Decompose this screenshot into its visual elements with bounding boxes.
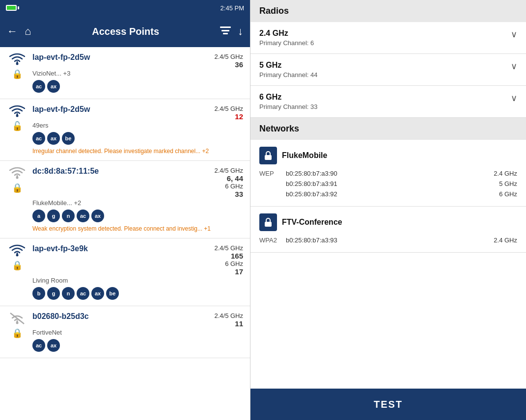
badge-ac: ac bbox=[77, 210, 89, 222]
radio-channel-0: Primary Channel: 6 bbox=[259, 39, 314, 47]
network-lock-icon-0 bbox=[263, 150, 274, 161]
network-band-0-1: 5 GHz bbox=[483, 180, 517, 187]
ap-channel-5: 11 bbox=[214, 319, 243, 328]
ap-name-3: dc:8d:8a:57:11:5e bbox=[32, 167, 99, 176]
ap-freq-5: 2.4/5 GHz 11 bbox=[214, 312, 243, 328]
ap-channel-4a: 165 bbox=[214, 252, 243, 260]
network-band-1-0: 2.4 GHz bbox=[483, 236, 517, 244]
badge-n: n bbox=[62, 210, 75, 222]
network-band-0-0: 2.4 GHz bbox=[483, 170, 517, 177]
test-button[interactable]: TEST bbox=[250, 389, 526, 420]
ap-freq-label-4a: 2.4/5 GHz bbox=[214, 244, 243, 252]
back-button[interactable]: ← bbox=[7, 25, 18, 38]
ap-freq-label-1: 2.4/5 GHz bbox=[214, 53, 243, 60]
network-lock-icon-1 bbox=[263, 217, 274, 228]
svg-rect-10 bbox=[265, 222, 272, 227]
network-band-0-2: 6 GHz bbox=[483, 190, 517, 198]
radios-section-header: Radios bbox=[250, 0, 526, 22]
network-row-0-0: WEP b0:25:80:b7:a3:90 2.4 GHz bbox=[259, 168, 517, 179]
radio-item-2[interactable]: 6 GHz Primary Channel: 33 ∨ bbox=[250, 86, 526, 118]
ap-item-5[interactable]: 🔒 b02680-b25d3c 2.4/5 GHz 11 FortiveNet … bbox=[0, 306, 250, 358]
radio-name-1: 5 GHz bbox=[259, 61, 318, 70]
badge-ac: ac bbox=[32, 339, 45, 352]
network-header-1: FTV-Conference bbox=[259, 213, 517, 231]
badge-ac: ac bbox=[32, 132, 45, 145]
badge-ax: ax bbox=[47, 132, 60, 145]
ap-freq-2: 2.4/5 GHz 12 bbox=[214, 105, 243, 121]
radio-channel-2: Primary Channel: 33 bbox=[259, 103, 318, 110]
network-item-1[interactable]: FTV-Conference WPA2 b0:25:80:b7:a3:93 2.… bbox=[250, 207, 526, 253]
ap-badges-2: ac ax be bbox=[32, 132, 243, 145]
ap-badges-4: b g n ac ax be bbox=[32, 287, 243, 300]
networks-section-header: Networks bbox=[250, 118, 526, 140]
ap-channel-4b: 17 bbox=[214, 267, 243, 276]
network-header-0: FlukeMobile bbox=[259, 147, 517, 164]
sort-button[interactable]: ↓ bbox=[238, 25, 243, 38]
ap-item-3[interactable]: 🔒 dc:8d:8a:57:11:5e 2.4/5 GHz 6, 44 6 GH… bbox=[0, 161, 250, 238]
badge-be: be bbox=[62, 132, 75, 145]
network-mac-0-0: b0:25:80:b7:a3:90 bbox=[286, 170, 483, 177]
lock-icon-2: 🔓 bbox=[12, 121, 23, 131]
ap-content-5: b02680-b25d3c 2.4/5 GHz 11 FortiveNet ac… bbox=[32, 312, 243, 352]
ap-list: 🔒 lap-evt-fp-2d5w 2.4/5 GHz 36 VizioNet.… bbox=[0, 47, 250, 420]
network-row-1-0: WPA2 b0:25:80:b7:a3:93 2.4 GHz bbox=[259, 235, 517, 245]
radio-info-2: 6 GHz Primary Channel: 33 bbox=[259, 93, 318, 110]
ap-header-1: lap-evt-fp-2d5w 2.4/5 GHz 36 bbox=[32, 53, 243, 69]
badge-b: b bbox=[32, 287, 45, 300]
ap-name-4: lap-evt-fp-3e9k bbox=[32, 244, 88, 253]
ap-content-2: lap-evt-fp-2d5w 2.4/5 GHz 12 49ers ac ax… bbox=[32, 105, 243, 155]
svg-rect-1 bbox=[221, 30, 229, 31]
left-panel: 2:45 PM ← ⌂ Access Points ↓ bbox=[0, 0, 250, 420]
ap-icon-col-5: 🔒 bbox=[7, 312, 28, 339]
ap-channel-3b: 33 bbox=[214, 190, 243, 198]
ap-badges-1: ac ax bbox=[32, 80, 243, 93]
network-rows-0: WEP b0:25:80:b7:a3:90 2.4 GHz b0:25:80:b… bbox=[259, 168, 517, 199]
ap-channel-3a: 6, 44 bbox=[214, 174, 243, 183]
radio-name-0: 2.4 GHz bbox=[259, 29, 314, 38]
network-name-1: FTV-Conference bbox=[282, 218, 342, 227]
svg-rect-9 bbox=[265, 155, 272, 160]
badge-g: g bbox=[47, 287, 60, 300]
badge-be: be bbox=[106, 287, 119, 300]
network-row-0-1: b0:25:80:b7:a3:91 5 GHz bbox=[259, 179, 517, 189]
network-mac-0-2: b0:25:80:b7:a3:92 bbox=[286, 190, 483, 198]
badge-ax: ax bbox=[47, 80, 60, 93]
ap-location-5: FortiveNet bbox=[32, 329, 243, 336]
ap-freq-label-4b: 6 GHz bbox=[214, 260, 243, 267]
ap-channel-1: 36 bbox=[214, 60, 243, 69]
ap-freq-1: 2.4/5 GHz 36 bbox=[214, 53, 243, 69]
ap-warning-2: Irregular channel detected. Please inves… bbox=[32, 148, 243, 155]
badge-n: n bbox=[62, 287, 75, 300]
right-panel: Radios 2.4 GHz Primary Channel: 6 ∨ 5 GH… bbox=[250, 0, 526, 420]
svg-rect-2 bbox=[223, 33, 228, 34]
radio-channel-1: Primary Channel: 44 bbox=[259, 71, 318, 79]
lock-icon-3: 🔒 bbox=[12, 183, 23, 193]
lock-icon-5: 🔒 bbox=[12, 328, 23, 339]
ap-item-1[interactable]: 🔒 lap-evt-fp-2d5w 2.4/5 GHz 36 VizioNet.… bbox=[0, 47, 250, 99]
ap-freq-4: 2.4/5 GHz 165 6 GHz 17 bbox=[214, 244, 243, 276]
battery-body bbox=[6, 5, 17, 11]
radio-item-1[interactable]: 5 GHz Primary Channel: 44 ∨ bbox=[250, 54, 526, 86]
network-enc-0: WEP bbox=[259, 170, 282, 177]
home-button[interactable]: ⌂ bbox=[25, 25, 31, 38]
ap-badges-3: a g n ac ax bbox=[32, 210, 243, 222]
page-title: Access Points bbox=[38, 26, 213, 37]
ap-freq-label-2: 2.4/5 GHz bbox=[214, 105, 243, 112]
badge-g: g bbox=[47, 210, 60, 222]
network-mac-1-0: b0:25:80:b7:a3:93 bbox=[286, 236, 483, 244]
badge-a: a bbox=[32, 210, 45, 222]
network-icon-0 bbox=[259, 147, 277, 164]
radio-item-0[interactable]: 2.4 GHz Primary Channel: 6 ∨ bbox=[250, 22, 526, 54]
ap-item-4[interactable]: 🔒 lap-evt-fp-3e9k 2.4/5 GHz 165 6 GHz 17… bbox=[0, 238, 250, 306]
svg-rect-0 bbox=[220, 26, 231, 28]
ap-freq-label-3a: 2.4/5 GHz bbox=[214, 167, 243, 174]
network-item-0[interactable]: FlukeMobile WEP b0:25:80:b7:a3:90 2.4 GH… bbox=[250, 140, 526, 207]
ap-item-2[interactable]: 🔓 lap-evt-fp-2d5w 2.4/5 GHz 12 49ers ac … bbox=[0, 99, 250, 161]
toolbar: ← ⌂ Access Points ↓ bbox=[0, 16, 250, 47]
radio-info-0: 2.4 GHz Primary Channel: 6 bbox=[259, 29, 314, 47]
ap-content-4: lap-evt-fp-3e9k 2.4/5 GHz 165 6 GHz 17 L… bbox=[32, 244, 243, 300]
filter-button[interactable] bbox=[220, 26, 231, 37]
svg-point-6 bbox=[16, 254, 19, 257]
badge-ac: ac bbox=[77, 287, 89, 300]
network-mac-0-1: b0:25:80:b7:a3:91 bbox=[286, 180, 483, 187]
